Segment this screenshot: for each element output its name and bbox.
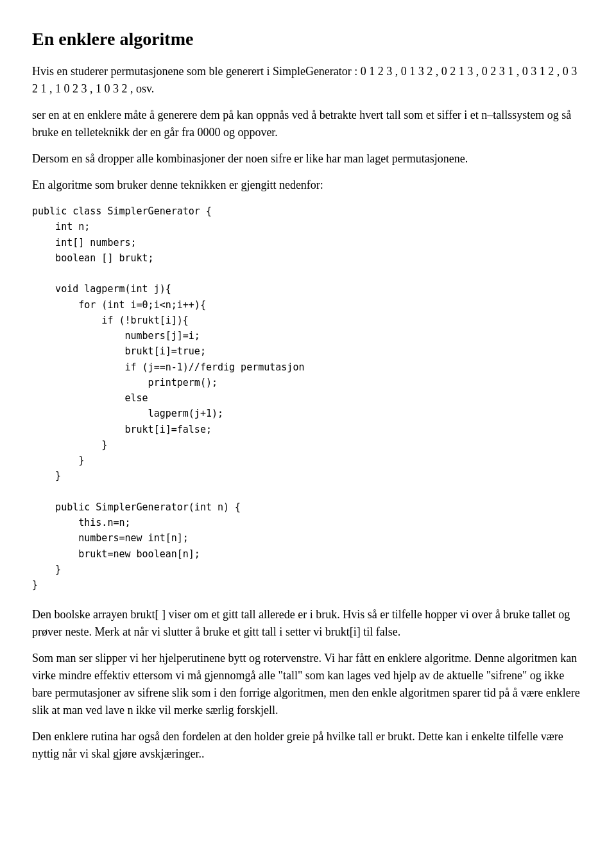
paragraph-p4: En algoritme som bruker denne teknikken … — [32, 177, 584, 194]
paragraph-after-1: Den boolske arrayen brukt[ ] viser om et… — [32, 606, 584, 641]
paragraph-after-3: Den enklere rutina har også den fordelen… — [32, 728, 584, 763]
paragraph-after-2: Som man ser slipper vi her hjelperutinen… — [32, 650, 584, 719]
paragraph-p3: Dersom en så dropper alle kombinasjoner … — [32, 150, 584, 168]
code-block: public class SimplerGenerator { int n; i… — [32, 204, 584, 593]
code-content: public class SimplerGenerator { int n; i… — [32, 205, 304, 591]
paragraph-p2: ser en at en enklere måte å generere dem… — [32, 107, 584, 141]
paragraph-intro: Hvis en studerer permutasjonene som ble … — [32, 63, 584, 98]
page-title: En enklere algoritme — [32, 26, 584, 53]
